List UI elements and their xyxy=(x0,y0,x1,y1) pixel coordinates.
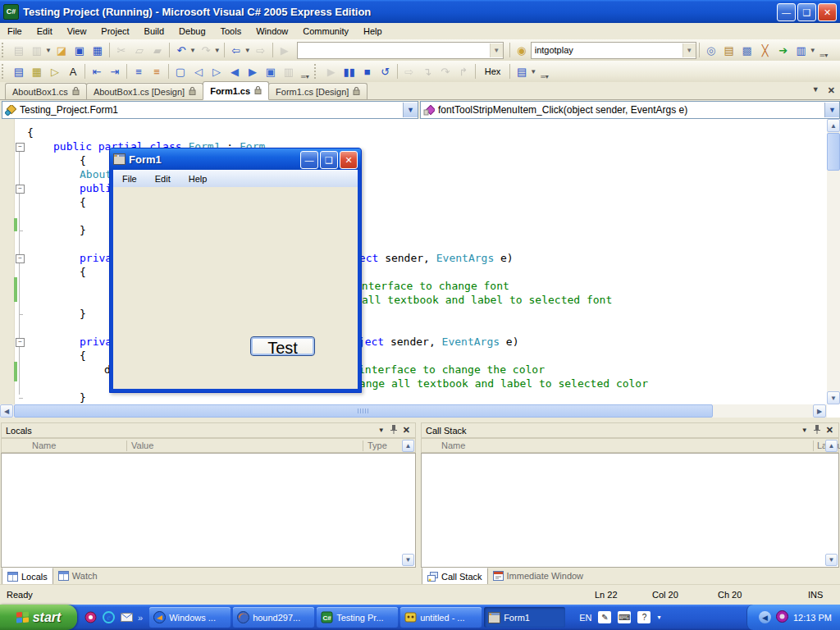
next-bookmark-icon[interactable]: ▷ xyxy=(208,63,225,80)
navigate-forward-icon[interactable]: ⇨ xyxy=(253,42,269,58)
find-in-files-icon[interactable]: ◎ xyxy=(703,42,719,58)
callstack-grid[interactable]: ▼ xyxy=(421,453,839,568)
scrollbar-thumb[interactable] xyxy=(14,404,713,418)
stop-debugging-icon[interactable]: ■ xyxy=(359,63,376,80)
menu-item-view[interactable]: View xyxy=(60,24,94,39)
chevron-down-icon[interactable]: ▼ xyxy=(530,68,536,75)
comment-selection-icon[interactable]: ≡ xyxy=(130,63,147,80)
taskbar-button-windows-[interactable]: Windows ... xyxy=(149,607,231,628)
column-name[interactable]: Name xyxy=(441,441,465,450)
chevron-down-icon[interactable]: ▼ xyxy=(244,47,251,54)
taskbar-button-hound297-[interactable]: hound297... xyxy=(233,607,314,628)
restore-icon[interactable]: ❑ xyxy=(797,3,816,21)
tray-app-icon[interactable] xyxy=(776,610,788,624)
scroll-right-icon[interactable]: ▶ xyxy=(813,404,826,418)
scrollbar-thumb[interactable] xyxy=(827,133,840,171)
types-combo[interactable]: Testing_Project.Form1 ▼ xyxy=(2,101,418,119)
menu-item-project[interactable]: Project xyxy=(94,24,136,39)
toggle-bookmark-icon[interactable]: ▢ xyxy=(172,63,189,80)
menu-item-build[interactable]: Build xyxy=(137,24,171,39)
pen-input-icon[interactable]: ✎ xyxy=(598,611,611,623)
select-pointer-icon[interactable]: ▷ xyxy=(47,63,63,80)
scroll-down-icon[interactable]: ▼ xyxy=(827,391,840,404)
scroll-down-icon[interactable]: ▼ xyxy=(825,554,838,566)
quick-launch-chevron-icon[interactable]: » xyxy=(138,613,143,623)
menu-item-file[interactable]: File xyxy=(0,24,30,39)
next-bookmark-folder-icon[interactable]: ▶ xyxy=(244,63,261,80)
menu-item-edit[interactable]: Edit xyxy=(146,171,180,186)
increase-indent-icon[interactable]: ⇥ xyxy=(107,63,123,80)
document-tab-form1-cs-design-[interactable]: Form1.cs [Design] xyxy=(268,83,368,99)
window-position-icon[interactable]: ▼ xyxy=(801,427,808,434)
display-parameter-info-icon[interactable]: ▦ xyxy=(29,63,45,80)
locals-panel-header[interactable]: Locals ▼ ✕ xyxy=(1,422,416,438)
form1-window[interactable]: Form1 — ❑ ✕ FileEditHelp Test xyxy=(109,148,362,393)
editor-vertical-scrollbar[interactable]: ▲ ▼ xyxy=(827,119,840,404)
document-tab-form1-cs[interactable]: Form1.cs xyxy=(203,81,269,100)
keyboard-icon[interactable]: ⌨ xyxy=(618,611,631,623)
menu-item-file[interactable]: File xyxy=(113,171,146,186)
panel-tab-immediate-window[interactable]: Immediate Window xyxy=(488,568,589,583)
callstack-panel-header[interactable]: Call Stack ▼ ✕ xyxy=(421,422,839,438)
taskbar-button-testing-pr-[interactable]: C#Testing Pr... xyxy=(317,607,398,628)
media-player-quicklaunch-icon[interactable] xyxy=(84,611,97,624)
minimize-icon[interactable]: — xyxy=(300,151,318,169)
save-all-icon[interactable]: ▦ xyxy=(89,42,106,58)
scroll-up-icon[interactable]: ▲ xyxy=(827,119,840,132)
menu-item-tools[interactable]: Tools xyxy=(213,24,249,39)
bookmarks-window-icon[interactable]: ▥ xyxy=(281,63,297,80)
active-files-chevron-icon[interactable]: ▼ xyxy=(812,85,819,96)
chevron-down-icon[interactable]: ▼ xyxy=(189,47,196,54)
taskbar-button-untitled-[interactable]: untitled - ... xyxy=(400,607,482,628)
save-icon[interactable]: ▣ xyxy=(71,42,88,58)
break-all-icon[interactable]: ▮▮ xyxy=(341,63,358,80)
toolbar-overflow-icon[interactable]: ═▾ xyxy=(301,73,309,82)
document-tab-aboutbox1-cs[interactable]: AboutBox1.cs xyxy=(5,83,87,99)
close-icon[interactable]: ✕ xyxy=(340,151,358,169)
display-member-list-icon[interactable]: ▤ xyxy=(11,63,27,80)
auto-hide-pin-icon[interactable] xyxy=(390,425,397,436)
language-bar-options-icon[interactable]: ▾ xyxy=(657,614,660,621)
uncomment-selection-icon[interactable]: ≡ xyxy=(148,63,165,80)
auto-hide-pin-icon[interactable] xyxy=(814,425,820,436)
clear-bookmarks-icon[interactable]: ▣ xyxy=(262,63,279,80)
editor-horizontal-scrollbar[interactable]: ◀ ▶ xyxy=(0,404,827,418)
paste-icon[interactable]: ▰ xyxy=(149,42,166,58)
document-tab-aboutbox1-cs-design-[interactable]: AboutBox1.cs [Design] xyxy=(86,83,203,99)
language-indicator[interactable]: EN xyxy=(579,613,591,623)
minimize-icon[interactable]: — xyxy=(777,3,796,21)
toolbar-overflow-icon[interactable]: ═▾ xyxy=(541,73,549,82)
help-icon[interactable]: ? xyxy=(637,611,651,623)
scroll-down-icon[interactable]: ▼ xyxy=(402,554,414,566)
copy-icon[interactable]: ▱ xyxy=(131,42,148,58)
redo-icon[interactable]: ↷ xyxy=(198,42,214,58)
toolbar-overflow-icon[interactable]: ═▾ xyxy=(820,52,829,61)
decrease-indent-icon[interactable]: ⇤ xyxy=(89,63,105,80)
object-browser-icon[interactable]: ▩ xyxy=(739,42,756,58)
start-button[interactable]: start xyxy=(0,605,77,630)
panel-tab-locals[interactable]: Locals xyxy=(2,568,53,585)
panel-tab-call-stack[interactable]: Call Stack xyxy=(422,568,488,585)
column-name[interactable]: Name xyxy=(32,441,56,450)
continue-debug-icon[interactable]: ▶ xyxy=(323,63,340,80)
undo-icon[interactable]: ↶ xyxy=(173,42,189,58)
test-button[interactable]: Test xyxy=(250,336,315,356)
previous-bookmark-icon[interactable]: ◁ xyxy=(190,63,207,80)
navigate-backward-icon[interactable]: ⇦ xyxy=(228,42,244,58)
find-combo[interactable]: intgotplay ▼ xyxy=(531,42,696,59)
toolbar-grip[interactable] xyxy=(2,64,7,79)
step-over-icon[interactable]: ↷ xyxy=(437,63,454,80)
menu-item-community[interactable]: Community xyxy=(295,24,356,39)
find-symbol-a-icon[interactable]: A xyxy=(65,63,81,80)
outlook-express-icon[interactable] xyxy=(120,611,133,624)
toolbar-grip[interactable] xyxy=(314,64,320,79)
hide-tray-icons-icon[interactable]: ◀ xyxy=(759,611,771,623)
menu-item-debug[interactable]: Debug xyxy=(171,24,212,39)
start-debug-icon[interactable]: ▶ xyxy=(276,42,293,58)
panel-tab-watch[interactable]: Watch xyxy=(53,568,103,583)
close-icon[interactable]: ✕ xyxy=(818,3,837,21)
restart-debug-icon[interactable]: ↺ xyxy=(377,63,394,80)
chevron-down-icon[interactable]: ▼ xyxy=(45,47,52,54)
new-project-icon[interactable]: ▤ xyxy=(11,42,27,58)
step-into-icon[interactable]: ↴ xyxy=(419,63,436,80)
